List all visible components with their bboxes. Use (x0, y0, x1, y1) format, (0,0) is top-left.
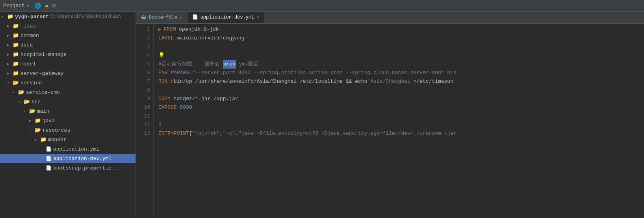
line-num-5: 5 (136, 60, 150, 69)
root-name: yygh-parent (15, 14, 49, 20)
model-label: model (20, 61, 36, 67)
sidebar-item-application-yml[interactable]: 📄 application.yml (0, 144, 135, 154)
sidebar-item-main[interactable]: ▾ 📂 main (0, 106, 135, 116)
sidebar: ▾ 📁 yygh-parent C:\Users\lfy\Desktop\his… (0, 12, 136, 218)
sidebar-item-resources[interactable]: ▾ 📂 resources (0, 125, 135, 135)
sidebar-item-application-dev-yml[interactable]: 📄 application-dev.yml (0, 154, 135, 163)
sidebar-item-service[interactable]: ▾ 📂 service (0, 78, 135, 88)
folder-icon-idea: 📁 (13, 23, 19, 29)
comment-line5-end: .yml配置 (236, 60, 258, 69)
tab-application-dev[interactable]: 📄 application-dev.yml ✕ (187, 12, 264, 23)
from-value: openjdk:8-jdk (176, 25, 219, 34)
project-label[interactable]: Project (3, 3, 25, 9)
expose-keyword: EXPOSE (158, 103, 177, 112)
sidebar-item-src[interactable]: ▾ 📂 src (0, 97, 135, 106)
folder-icon-src: 📂 (24, 99, 30, 105)
sidebar-item-root[interactable]: ▾ 📁 yygh-parent C:\Users\lfy\Desktop\his… (0, 12, 135, 21)
settings-icon[interactable]: ⚙ (52, 2, 56, 9)
dropdown-arrow[interactable]: ▾ (27, 3, 30, 8)
copy-keyword: COPY (158, 95, 171, 103)
application-dev-yml-label: application-dev.yml (53, 156, 111, 162)
sidebar-item-java[interactable]: ▶ 📁 java (0, 116, 135, 125)
idea-label: .idea (20, 23, 36, 29)
run-value: /bin/cp /usr/share/zoneinfo/Asia/Shangha… (167, 77, 367, 86)
diff-icon[interactable]: ⇌ (45, 2, 48, 9)
line-num-6: 6 (136, 69, 150, 77)
code-line-8 (158, 86, 644, 95)
highlight-prod: prod (223, 60, 236, 69)
expand-arrow-service-cmn: ▾ (13, 90, 18, 95)
expand-arrow-main: ▾ (24, 109, 29, 114)
sidebar-item-bootstrap[interactable]: 📄 bootstrap.propertie... (0, 163, 135, 173)
run-rest: >/etc/timezon (414, 77, 453, 86)
yaml-icon-app: 📄 (46, 146, 52, 152)
sidebar-item-common[interactable]: ▶ 📁 common (0, 31, 135, 40)
comment-line12: # (158, 121, 161, 129)
expose-value: 8080 (177, 103, 192, 112)
code-editor: 1 2 3 4 5 6 7 8 9 10 11 12 13 ▶ FROM (136, 24, 644, 218)
expand-arrow-model: ▶ (7, 62, 13, 66)
env-keyword: ENV (158, 69, 167, 77)
expand-arrow-src: ▾ (18, 100, 24, 104)
folder-icon-gateway: 📁 (13, 70, 19, 76)
common-label: common (20, 33, 39, 39)
code-line-6: ENV PARAMS =" --server.port=8080 --sprin… (158, 69, 644, 77)
dockerfile-tab-close[interactable]: ✕ (180, 15, 182, 20)
yaml-icon-dev: 📄 (46, 156, 52, 162)
folder-icon-mapper: 📁 (40, 136, 46, 143)
sidebar-item-idea[interactable]: ▶ 📁 .idea (0, 21, 135, 31)
title-bar-icons: 🌐 ⇌ ⚙ — (34, 2, 63, 9)
line-num-1: 1 (136, 25, 150, 34)
expand-arrow-mapper: ▶ (35, 138, 40, 142)
service-label: service (20, 80, 42, 86)
line-num-13: 13 (136, 129, 150, 138)
env-equals: =" (189, 69, 195, 77)
app-dev-tab-close[interactable]: ✕ (256, 15, 259, 20)
service-cmn-label: service-cmn (26, 89, 60, 95)
sidebar-item-hospital-manage[interactable]: ▶ 📁 hospital-manage (0, 50, 135, 59)
entrypoint-java: "java -Dfile.encoding=utf8 -Djava.securi… (238, 129, 457, 138)
code-line-13: ENTRYPOINT [ "/bin/sh" , "-c" , "java -D… (158, 129, 644, 138)
entrypoint-c: "-c" (223, 129, 235, 138)
expand-arrow-data: ▶ (7, 43, 13, 47)
editor-area: 🐳 Dockerfile ✕ 📄 application-dev.yml ✕ 1… (136, 12, 644, 218)
folder-icon-root: 📁 (7, 13, 13, 20)
expand-arrow-java: ▶ (29, 119, 35, 123)
line-num-9: 9 (136, 95, 150, 103)
code-line-11 (158, 112, 644, 121)
line-num-3: 3 (136, 43, 150, 51)
env-var-params: PARAMS (167, 69, 189, 77)
app-dev-tab-icon: 📄 (192, 14, 198, 20)
folder-icon-service-cmn: 📂 (18, 89, 24, 95)
minimize-icon[interactable]: — (59, 3, 63, 9)
line-num-10: 10 (136, 103, 150, 112)
line-num-8: 8 (136, 86, 150, 95)
sidebar-item-mapper[interactable]: ▶ 📁 mapper (0, 135, 135, 144)
app-dev-tab-label: application-dev.yml (200, 15, 254, 20)
title-bar-left: Project ▾ (3, 3, 30, 9)
globe-icon[interactable]: 🌐 (34, 2, 41, 9)
path-label: C:\Users\lfy\Desktop\his\ (50, 14, 121, 19)
data-label: data (20, 42, 33, 48)
entrypoint-keyword: ENTRYPOINT (158, 129, 189, 138)
from-keyword: FROM (163, 25, 176, 34)
sidebar-item-service-cmn[interactable]: ▾ 📂 service-cmn (0, 88, 135, 97)
entrypoint-bin-sh: "/bin/sh" (192, 129, 220, 138)
code-line-5: #启动自行加载 服务名-prod.yml配置 (158, 60, 644, 69)
line-numbers: 1 2 3 4 5 6 7 8 9 10 11 12 13 (136, 24, 154, 218)
sidebar-item-data[interactable]: ▶ 📁 data (0, 40, 135, 50)
folder-icon-service: 📂 (13, 80, 19, 86)
bootstrap-label: bootstrap.propertie... (53, 165, 121, 171)
main-label: main (37, 108, 49, 114)
code-content[interactable]: ▶ FROM openjdk:8-jdk LABEL maintainer=le… (154, 24, 644, 218)
folder-icon-hospital: 📁 (13, 51, 19, 58)
sidebar-item-model[interactable]: ▶ 📁 model (0, 59, 135, 69)
run-icon-line1[interactable]: ▶ (158, 25, 161, 34)
tab-dockerfile[interactable]: 🐳 Dockerfile ✕ (136, 12, 187, 23)
dockerfile-tab-label: Dockerfile (149, 15, 177, 20)
src-label: src (32, 99, 41, 105)
expand-arrow-hospital: ▶ (7, 52, 13, 57)
sidebar-item-server-gateway[interactable]: ▶ 📁 server-gateway (0, 69, 135, 78)
code-line-12: # (158, 121, 644, 129)
line-num-4: 4 (136, 51, 150, 60)
